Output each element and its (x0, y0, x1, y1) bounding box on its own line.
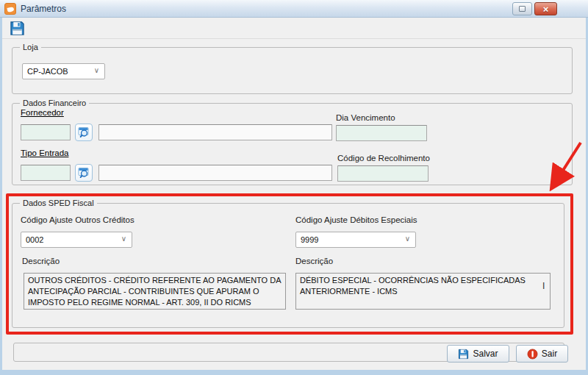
text-caret: I (542, 281, 545, 291)
descricao-debitos-box: DÉBITO ESPECIAL - OCORRÊNCIAS NÃO ESPECI… (295, 273, 551, 310)
dia-vencimento-input[interactable] (336, 125, 427, 141)
descricao-creditos-label: Descrição (22, 257, 60, 265)
search-icon (78, 167, 90, 179)
sair-label: Sair (542, 349, 557, 359)
descricao-creditos-box: OUTROS CRÉDITOS - CRÉDITO REFERENTE AO P… (24, 273, 286, 310)
close-button[interactable]: × (534, 2, 557, 15)
tipo-entrada-lookup-button[interactable] (75, 164, 93, 182)
maximize-button[interactable] (512, 2, 532, 15)
loja-select[interactable]: CP-JACOB ∨ (22, 63, 105, 79)
descricao-debitos-label: Descrição (295, 257, 333, 265)
fornecedor-lookup-button[interactable] (75, 124, 93, 141)
floppy-icon (10, 21, 25, 36)
codigo-debitos-especiais-select[interactable]: 9999 ∨ (295, 232, 416, 248)
close-icon: × (543, 4, 549, 14)
group-loja-legend: Loja (20, 42, 41, 52)
maximize-icon (519, 6, 526, 12)
salvar-label: Salvar (473, 349, 498, 359)
app-icon (4, 3, 16, 15)
toolbar-separator (2, 38, 586, 39)
codigo-debitos-especiais-label: Código Ajuste Débitos Especiais (295, 215, 417, 224)
window-title: Parâmetros (21, 4, 66, 14)
codigo-recolhimento-input[interactable] (337, 165, 429, 182)
chevron-down-icon: ∨ (94, 66, 99, 74)
codigo-recolhimento-label: Código de Recolhimento (337, 154, 430, 162)
group-dados-financeiro-legend: Dados Financeiro (20, 98, 89, 108)
salvar-button[interactable]: Salvar (447, 345, 509, 362)
tipo-entrada-label[interactable]: Tipo Entrada (21, 149, 68, 157)
codigo-outros-creditos-select[interactable]: 0002 ∨ (21, 232, 132, 248)
tipo-entrada-code-input[interactable] (21, 165, 71, 181)
tipo-entrada-name-input[interactable] (98, 165, 332, 181)
fornecedor-name-input[interactable] (98, 124, 332, 140)
toolbar-save-button[interactable] (10, 21, 25, 36)
parametros-window: Parâmetros × Loja CP-JACOB ∨ Dados Finan… (0, 0, 588, 375)
chevron-down-icon: ∨ (405, 235, 410, 243)
fornecedor-label[interactable]: Fornecedor (21, 108, 64, 117)
sair-button[interactable]: Sair (516, 345, 568, 362)
loja-selected-value: CP-JACOB (27, 67, 68, 76)
codigo-debitos-especiais-value: 9999 (301, 235, 318, 244)
codigo-outros-creditos-value: 0002 (26, 235, 43, 244)
fornecedor-code-input[interactable] (21, 124, 71, 140)
exit-icon (527, 349, 538, 360)
floppy-icon (458, 349, 469, 360)
chevron-down-icon: ∨ (121, 235, 126, 243)
search-icon (78, 126, 90, 138)
group-dados-sped-legend: Dados SPED Fiscal (20, 198, 97, 208)
codigo-outros-creditos-label: Código Ajuste Outros Créditos (21, 215, 135, 224)
dia-vencimento-label: Dia Vencimento (336, 113, 395, 122)
titlebar: Parâmetros × (0, 0, 588, 18)
